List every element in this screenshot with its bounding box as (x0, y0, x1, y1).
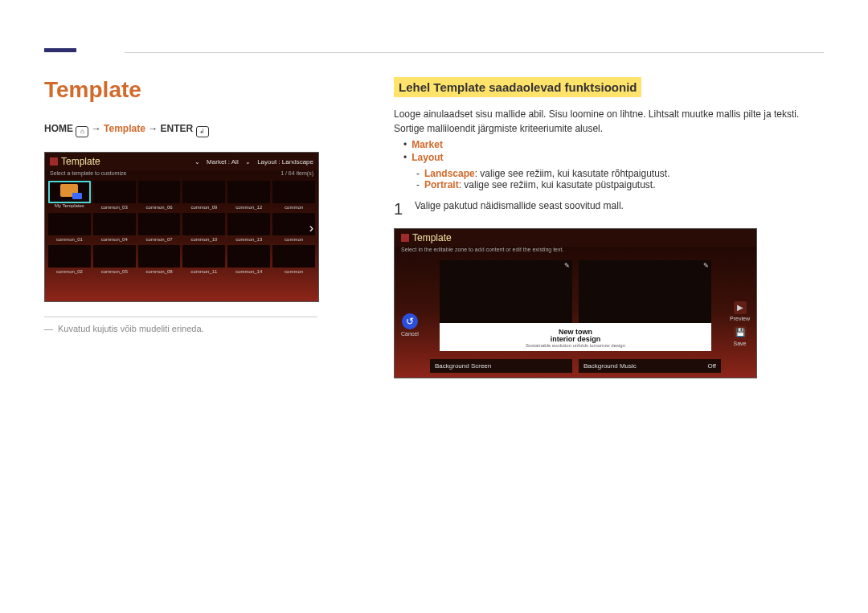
step-number: 1 (394, 200, 415, 219)
template-cell[interactable]: common_04 (93, 213, 136, 235)
background-music-button[interactable]: Background Music Off (579, 359, 721, 373)
template-cell[interactable]: common_02 (48, 245, 91, 268)
edit-icon: ✎ (702, 262, 710, 270)
sub-landscape: Landscape (424, 168, 475, 179)
template-subtitle: Sustainable evolution unfolds tomorrow d… (440, 343, 711, 348)
save-icon[interactable]: 💾 (734, 326, 747, 339)
template-editor-screenshot: Template Select in the editable zone to … (394, 228, 757, 378)
template-cell[interactable]: common_08 (138, 245, 181, 268)
breadcrumb-template: Template (104, 123, 145, 134)
preview-label: Preview (730, 316, 750, 321)
template-list-screenshot: Template ⌄ Market : All ⌄ Layout : Lands… (44, 152, 319, 302)
breadcrumb-home: HOME (44, 123, 73, 134)
bullet-layout: Layout (411, 152, 443, 163)
template-cell[interactable]: common_05 (93, 245, 136, 268)
sort-paragraph: Sortige malliloendit järgmiste kriteeriu… (394, 123, 824, 134)
template-cell[interactable]: common_13 (227, 213, 270, 235)
breadcrumb: HOME ⌂ → Template → ENTER ↲ (44, 123, 346, 137)
my-templates-cell[interactable]: My Templates (48, 181, 91, 203)
step-text: Valige pakutud näidismallide seast soovi… (415, 200, 624, 211)
app-icon (50, 157, 58, 166)
template-cell[interactable]: common (272, 181, 315, 203)
breadcrumb-arrow: → (92, 123, 104, 134)
home-icon: ⌂ (76, 126, 88, 137)
template-cell[interactable]: common_09 (182, 181, 225, 203)
template-title-line2: interior design (440, 335, 711, 343)
template-cell[interactable]: common_03 (93, 181, 136, 203)
sub-landscape-text: : valige see režiim, kui kasutate rõhtpa… (475, 168, 670, 179)
chevron-down-icon: ⌄ (245, 158, 251, 166)
footnote: ―Kuvatud kujutis võib mudeliti erineda. (44, 324, 346, 333)
background-screen-button[interactable]: Background Screen (430, 359, 572, 373)
next-page-arrow-icon[interactable]: › (309, 221, 313, 235)
layout-filter[interactable]: Layout : Landscape (257, 158, 313, 166)
app-icon (401, 234, 409, 242)
market-filter[interactable]: Market : All (207, 158, 239, 166)
template-cell[interactable]: common_14 (227, 245, 270, 268)
template-cell[interactable]: common_12 (227, 181, 270, 203)
background-music-value: Off (707, 362, 716, 370)
bullet-market: Market (411, 139, 443, 150)
intro-paragraph: Looge ainulaadset sisu mallide abil. Sis… (394, 108, 824, 120)
cancel-label: Cancel (401, 331, 419, 337)
template-cell[interactable]: common_07 (138, 213, 181, 235)
breadcrumb-arrow: → (148, 123, 160, 134)
list-subtitle: Select a template to customize (50, 170, 126, 176)
window-title: Template (61, 156, 100, 167)
edit-icon: ✎ (563, 262, 571, 270)
preview-icon[interactable]: ▶ (734, 301, 747, 314)
content-tile-left[interactable]: ✎ (440, 260, 572, 323)
item-count: 1 / 64 item(s) (280, 170, 313, 176)
section-heading: Lehel Template saadaolevad funktsioonid (394, 77, 641, 97)
page-title: Template (44, 77, 346, 103)
template-cell[interactable]: common (272, 245, 315, 268)
content-tile-right[interactable]: ✎ (579, 260, 711, 323)
folder-icon (60, 184, 78, 197)
sub-portrait: Portrait (424, 179, 459, 190)
template-cell[interactable]: common_01 (48, 213, 91, 235)
template-cell[interactable]: common_06 (138, 181, 181, 203)
save-label: Save (730, 341, 750, 346)
window-title: Template (412, 232, 452, 243)
chevron-down-icon: ⌄ (194, 158, 200, 166)
editor-subtitle: Select in the editable zone to add conte… (395, 247, 756, 257)
template-cell[interactable]: common_10 (182, 213, 225, 235)
cancel-icon[interactable]: ↺ (402, 313, 418, 329)
breadcrumb-enter: ENTER (161, 123, 194, 134)
template-cell[interactable]: common_11 (182, 245, 225, 268)
enter-icon: ↲ (196, 126, 209, 137)
sub-portrait-text: : valige see režiim, kui kasutate püstpa… (459, 179, 656, 190)
